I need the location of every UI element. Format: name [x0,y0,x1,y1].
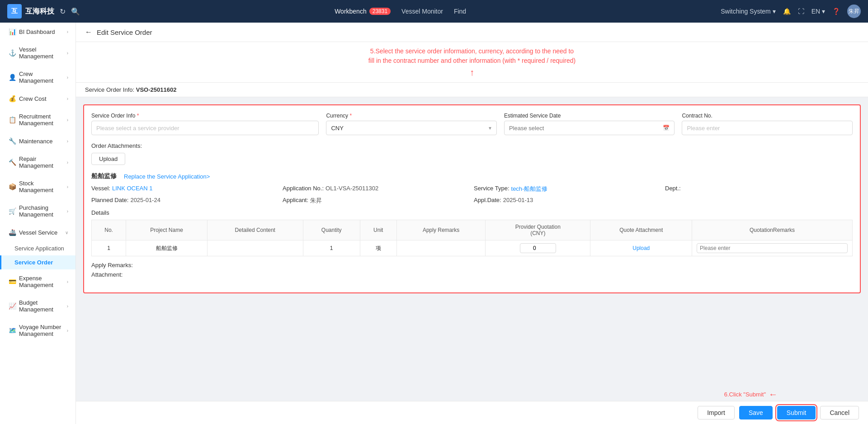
sidebar-item-repair[interactable]: 🔨 Repair Management › [0,150,75,174]
footer-instruction-text: 6.Click "Submit" [724,391,766,398]
workbench-nav[interactable]: Workbench 23831 [335,8,391,15]
avatar[interactable]: 朱昇 [847,5,861,18]
back-button[interactable]: ← [85,28,92,36]
col-provider-quotation: Provider Quotation(CNY) [486,220,590,240]
sidebar-label-vessel-management: Vessel Management [19,46,67,60]
service-application-label: Service Application [14,245,64,252]
vessel-value[interactable]: LINK OCEAN 1 [112,185,153,193]
switching-system[interactable]: Switching System ▾ [721,8,775,15]
vessel-monitor-nav[interactable]: Vessel Monitor [401,8,443,15]
quotation-remarks-input[interactable] [697,243,848,253]
page-header: ← Edit Service Order [76,23,868,42]
import-button[interactable]: Import [698,406,735,419]
purchasing-icon: 🛒 [9,207,16,215]
voyage-icon: 🗺️ [9,327,16,334]
col-quotation-remarks: QuotationRemarks [692,220,853,240]
sidebar-item-recruitment[interactable]: 📋 RecruitmentManagement › [0,108,75,132]
service-type-value: tech-船舶监修 [511,185,548,193]
planned-date-value: 2025-01-24 [130,197,160,205]
chevron-icon: › [67,75,68,80]
sidebar-item-crew-cost[interactable]: 💰 Crew Cost › [0,90,75,108]
col-apply-remarks: Apply Remarks [396,220,485,240]
quotation-input[interactable] [520,243,556,253]
chevron-icon: › [67,118,68,122]
brand-icon: 互 [7,4,22,19]
topnav-center: Workbench 23831 Vessel Monitor Find [335,8,466,15]
apply-remarks-row: Apply Remarks: [91,262,853,269]
order-attachments-label: Order Attachments: [91,142,853,149]
section-title: 船舶监修 [91,172,117,180]
brand-name: 互海科技 [25,7,54,16]
user-name: 朱昇 [849,8,859,15]
chevron-down-icon: ▾ [773,8,776,15]
table-header: No. Project Name Detailed Content Quanti… [92,220,853,240]
help-icon[interactable]: ❓ [832,8,840,15]
switching-system-label: Switching System [721,8,770,15]
currency-select[interactable]: CNY USD EUR [326,121,497,135]
replace-link[interactable]: Replace the Service Application> [124,173,210,180]
currency-field: Currency * CNY USD EUR [326,113,497,135]
content-area: Service Order Info * Currency * CNY [76,97,868,401]
sidebar-item-voyage[interactable]: 🗺️ Voyage NumberManagement › [0,318,75,343]
estimated-date-input[interactable] [509,125,663,132]
quote-upload-link[interactable]: Upload [632,245,650,251]
sidebar-item-vessel-service[interactable]: 🚢 Vessel Service ∨ [0,223,75,241]
submit-button[interactable]: Submit [777,406,816,419]
table-body: 1 船舶监修 1 项 Upload [92,240,853,256]
col-quantity: Quantity [303,220,360,240]
page-title: Edit Service Order [97,28,152,36]
application-no-value: OL1-VSA-25011302 [326,185,378,193]
cell-quotation-remarks [692,240,853,256]
sidebar-item-maintenance[interactable]: 🔧 Maintenance › [0,132,75,150]
service-order-info-field: Service Order Info * [91,113,319,135]
chevron-icon: › [67,279,68,284]
sidebar-label-repair: Repair Management [19,155,67,169]
language-selector[interactable]: EN ▾ [811,8,825,15]
upload-button[interactable]: Upload [91,153,125,165]
chevron-icon: › [67,29,68,34]
service-order-no: VSO-25011602 [136,86,177,93]
sidebar-item-expense[interactable]: 💳 ExpenseManagement › [0,269,75,294]
applicant-label: Applicant: [283,197,308,205]
estimated-date-input-wrapper: 📅 [504,121,675,135]
contract-no-input[interactable] [682,121,853,135]
attachment-label: Attachment: [91,271,141,278]
notification-icon[interactable]: 🔔 [783,8,791,15]
currency-select-wrapper: CNY USD EUR [326,121,497,135]
service-type-label: Service Type: [474,185,509,193]
save-button[interactable]: Save [739,406,773,419]
currency-label: Currency * [326,113,497,119]
sidebar-item-bi-dashboard[interactable]: 📊 BI Dashboard › [0,23,75,41]
contract-no-label: Contract No. [682,113,853,119]
details-label: Details [91,209,853,216]
col-quote-attachment: Quote Attachment [590,220,692,240]
vessel-service-icon: 🚢 [9,229,16,236]
cancel-button[interactable]: Cancel [820,406,859,419]
sidebar-label-crew-management: Crew Management [19,71,67,84]
fullscreen-icon[interactable]: ⛶ [798,8,804,15]
sidebar-sub-service-order[interactable]: Service Order [0,255,75,269]
sidebar-item-purchasing[interactable]: 🛒 PurchasingManagement › [0,199,75,223]
sidebar-label-vessel-service: Vessel Service [19,229,57,236]
sidebar-item-budget[interactable]: 📈 Budget Management › [0,294,75,318]
nav-search-icon[interactable]: 🔍 [71,7,80,16]
expense-icon: 💳 [9,278,16,285]
find-nav[interactable]: Find [454,8,466,15]
cell-detailed-content [207,240,303,256]
cell-provider-quotation [486,240,590,256]
sidebar-item-stock[interactable]: 📦 Stock Management › [0,174,75,199]
nav-history-icon[interactable]: ↻ [60,7,66,16]
application-no-label: Application No.: [283,185,324,193]
form-row-1: Service Order Info * Currency * CNY [91,113,853,135]
sidebar-sub-service-application[interactable]: Service Application [0,241,75,255]
service-order-info-input[interactable] [91,121,319,135]
sidebar-item-crew-management[interactable]: 👤 Crew Management › [0,65,75,90]
instruction-text: 5.Select the service order information, … [368,47,576,66]
planned-date-label: Planned Date: [91,197,128,205]
sidebar-item-vessel-management[interactable]: ⚓ Vessel Management › [0,41,75,65]
bottom-fields: Apply Remarks: Attachment: [91,262,853,278]
appl-date-label: Appl.Date: [474,197,501,205]
sidebar-label-bi-dashboard: BI Dashboard [19,28,55,35]
service-order-info-key: Service Order Info: [85,86,134,93]
workbench-label: Workbench [335,8,367,15]
